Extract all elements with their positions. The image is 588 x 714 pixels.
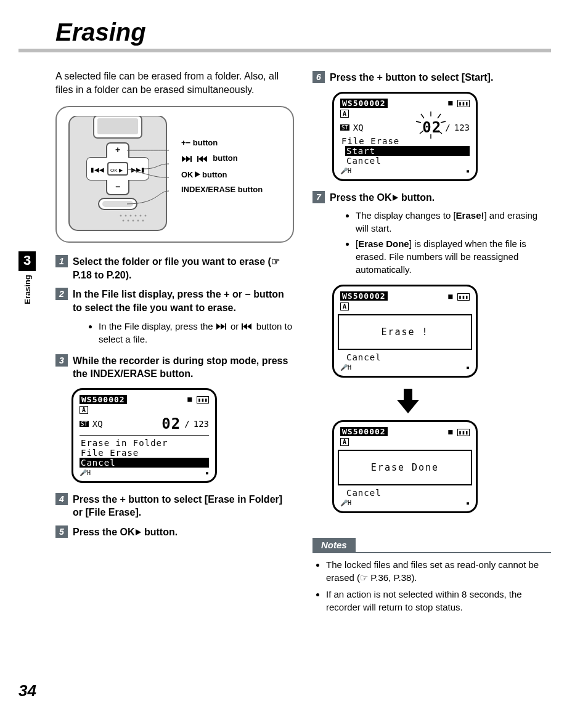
menu-title: File Erase <box>340 136 470 146</box>
svg-text:OK ▶: OK ▶ <box>110 168 123 173</box>
svg-point-15 <box>125 215 127 217</box>
legend-ok: OK button <box>181 168 263 183</box>
lcd-erase-menu: WS500002 ■ ▮▮▮ A STXQ 02/123 Erase in Fo… <box>71 388 217 483</box>
menu-item: Cancel <box>345 156 470 166</box>
battery-icon: ■ ▮▮▮ <box>187 395 209 404</box>
lcd-model: WS500002 <box>80 395 127 404</box>
svg-text:+: + <box>115 145 120 155</box>
step-3: 3 While the recorder is during stop mode… <box>55 354 294 381</box>
step-number: 6 <box>312 71 325 83</box>
notes-heading: Notes <box>312 538 356 552</box>
legend-ffrw: button <box>181 151 263 168</box>
battery-icon: ■ ▮▮▮ <box>448 99 470 107</box>
svg-point-17 <box>135 215 137 217</box>
chapter-label: Erasing <box>23 275 32 304</box>
step-text: Select the folder or file you want to er… <box>73 255 294 282</box>
arrow-down-icon <box>343 387 473 416</box>
rw-icon <box>242 321 254 331</box>
battery-icon: ■ ▮▮▮ <box>448 428 470 436</box>
mic-icon: 🎤H <box>80 469 91 476</box>
card-icon: ▪ <box>205 469 209 476</box>
svg-text:−: − <box>115 182 120 192</box>
menu-item-selected: Cancel <box>80 458 209 468</box>
folder-indicator: A <box>340 438 349 446</box>
step-7-sub: The display changes to [Erase!] and eras… <box>331 209 551 276</box>
svg-point-21 <box>128 220 129 222</box>
rw-icon <box>197 152 211 168</box>
recorder-illustration: OK ▶ + − ▮◀◀ ▶▶▮ <box>65 116 170 233</box>
step-number: 7 <box>312 191 325 203</box>
svg-text:▮◀◀: ▮◀◀ <box>91 166 104 173</box>
svg-point-24 <box>142 220 144 222</box>
svg-point-16 <box>130 215 132 217</box>
page-title: Erasing <box>55 18 551 46</box>
notes-rule <box>312 552 551 553</box>
step-number: 4 <box>55 493 68 505</box>
svg-rect-27 <box>225 323 226 330</box>
step-6: 6 Press the + button to select [Start]. <box>312 71 551 84</box>
svg-point-18 <box>140 215 142 217</box>
lcd-model: WS500002 <box>340 427 388 436</box>
legend-plusminus: +− button <box>181 136 263 151</box>
note-item: If an action is not selected within 8 se… <box>326 588 551 614</box>
notes-section: Notes The locked files and files set as … <box>312 523 551 614</box>
svg-rect-25 <box>190 156 192 162</box>
chapter-number: 3 <box>18 251 36 271</box>
ff-icon <box>181 152 195 168</box>
mic-icon: 🎤H <box>340 500 351 506</box>
ff-icon <box>216 321 228 331</box>
card-icon: ▪ <box>466 364 470 371</box>
folder-indicator: A <box>340 110 349 118</box>
menu-item: Erase in Folder <box>80 438 209 448</box>
svg-line-35 <box>438 131 442 134</box>
popup-done: Erase Done <box>338 450 472 485</box>
step-text: Press the OK button. <box>330 191 435 205</box>
svg-rect-2 <box>97 118 138 134</box>
lcd-erase-popup: WS500002 ■ ▮▮▮ A Erase ! Cancel 🎤H▪ <box>332 285 478 378</box>
intro-text: A selected file can be erased from a fol… <box>55 70 294 96</box>
svg-point-14 <box>120 215 122 217</box>
device-diagram: OK ▶ + − ▮◀◀ ▶▶▮ <box>55 106 294 243</box>
mic-icon: 🎤H <box>340 364 351 371</box>
svg-rect-28 <box>242 323 243 330</box>
popup-erase: Erase ! <box>338 314 472 350</box>
mic-icon: 🎤H <box>340 168 351 174</box>
step-7: 7 Press the OK button. <box>312 191 551 205</box>
svg-point-20 <box>123 220 125 222</box>
svg-line-30 <box>421 114 424 118</box>
flash-icon <box>412 110 449 141</box>
svg-line-31 <box>438 114 441 118</box>
step-4: 4 Press the + button to select [Erase in… <box>55 493 294 519</box>
page-number: 34 <box>18 681 36 700</box>
menu-item: File Erase <box>80 448 209 458</box>
step-text: While the recorder is during stop mode, … <box>73 354 294 381</box>
menu-item: Cancel <box>345 488 470 498</box>
lcd-model: WS500002 <box>340 99 388 108</box>
step-number: 3 <box>55 354 68 367</box>
step-5: 5 Press the OK button. <box>55 525 294 539</box>
lcd-model: WS500002 <box>340 291 388 301</box>
menu-item: Cancel <box>345 352 470 362</box>
step-number: 1 <box>55 255 68 267</box>
battery-icon: ■ ▮▮▮ <box>448 292 470 301</box>
step-2: 2 In the File list display, press the + … <box>55 288 294 314</box>
step-number: 5 <box>55 525 68 538</box>
svg-point-22 <box>133 220 134 222</box>
lcd-erase-done: WS500002 ■ ▮▮▮ A Erase Done Cancel 🎤H▪ <box>332 420 478 513</box>
svg-point-23 <box>137 220 139 222</box>
menu-item-selected: Start <box>345 146 470 156</box>
title-rule <box>18 49 551 52</box>
svg-rect-26 <box>197 156 198 162</box>
lcd-start-menu: WS500002 ■ ▮▮▮ A STXQ <box>332 92 478 181</box>
svg-line-33 <box>441 121 446 123</box>
step-number: 2 <box>55 288 68 300</box>
step-1: 1 Select the folder or file you want to … <box>55 255 294 282</box>
step-text: Press the + button to select [Start]. <box>330 71 493 84</box>
card-icon: ▪ <box>466 500 470 506</box>
card-icon: ▪ <box>466 168 470 174</box>
note-item: The locked files and files set as read-o… <box>326 558 551 584</box>
step-text: Press the OK button. <box>73 525 178 539</box>
legend-indexerase: INDEX/ERASE button <box>181 182 263 198</box>
button-legend: +− button button OK button INDEX/ERASE <box>181 136 263 198</box>
folder-indicator: A <box>340 302 349 310</box>
